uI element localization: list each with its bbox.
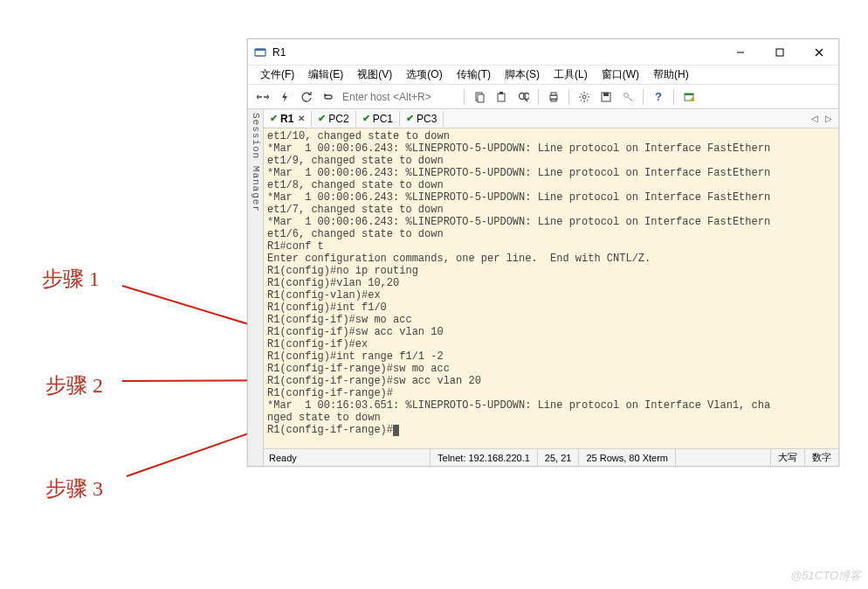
svg-point-29: [691, 98, 694, 101]
tab-close-icon[interactable]: ✕: [298, 114, 305, 123]
tab-pc1[interactable]: ✔ PC1: [356, 111, 400, 127]
window-controls: [720, 39, 838, 66]
maximize-button[interactable]: [760, 39, 799, 66]
terminal-line: R1(config-if)#ex: [267, 338, 835, 350]
svg-rect-14: [478, 94, 484, 102]
menu-window[interactable]: 窗口(W): [596, 66, 644, 84]
terminal-line: nged state to down: [267, 412, 835, 424]
check-icon: ✔: [270, 113, 278, 124]
tab-pc3[interactable]: ✔ PC3: [400, 111, 444, 127]
terminal-line: et1/9, changed state to down: [267, 155, 835, 167]
svg-rect-10: [776, 49, 783, 56]
status-caps: 大写: [770, 449, 804, 466]
terminal-line: R1(config-if-range)#: [267, 424, 835, 436]
menu-transfer[interactable]: 传输(T): [451, 66, 496, 84]
menu-options[interactable]: 选项(O): [401, 66, 447, 84]
key-icon[interactable]: [618, 87, 637, 107]
terminal-line: R1(config)#no ip routing: [267, 265, 835, 277]
tabs-row: ✔ R1 ✕ ✔ PC2 ✔ PC1 ✔ PC3: [264, 109, 838, 128]
svg-rect-28: [685, 94, 693, 95]
flash-icon[interactable]: [275, 87, 294, 107]
terminal-line: *Mar 1 00:00:06.243: %LINEPROTO-5-UPDOWN…: [267, 167, 835, 179]
sync-icon[interactable]: [297, 87, 316, 107]
host-input[interactable]: [341, 89, 458, 105]
terminal-line: R1(config)#int range f1/1 -2: [267, 350, 835, 363]
annotation-step-2: 步骤 2: [45, 371, 103, 399]
check-icon: ✔: [406, 113, 414, 124]
svg-point-23: [582, 95, 586, 99]
terminal-line: R1(config-if-range)#sw acc vlan 20: [267, 375, 835, 387]
tab-label: PC3: [417, 113, 437, 125]
menu-view[interactable]: 视图(V): [352, 66, 397, 84]
app-window: R1 文件(F) 编辑(E) 视图(V) 选项(O) 传输(T) 脚本(S) 工…: [247, 38, 839, 467]
find-icon[interactable]: [513, 87, 533, 107]
tab-label: PC1: [373, 113, 393, 125]
reconnect-icon[interactable]: [253, 87, 272, 107]
toolbar-separator: [568, 89, 569, 105]
tab-pc2[interactable]: ✔ PC2: [312, 111, 355, 127]
status-position: 25, 21: [537, 449, 579, 466]
terminal[interactable]: et1/10, changed state to down*Mar 1 00:0…: [264, 128, 838, 448]
session-manager-label: Session Manager: [251, 113, 261, 212]
menu-edit[interactable]: 编辑(E): [303, 66, 348, 84]
app-icon: [253, 45, 267, 59]
terminal-line: *Mar 1 00:00:06.243: %LINEPROTO-5-UPDOWN…: [267, 142, 835, 155]
menubar: 文件(F) 编辑(E) 视图(V) 选项(O) 传输(T) 脚本(S) 工具(L…: [248, 66, 838, 85]
status-num: 数字: [804, 449, 838, 466]
tab-nav-left-icon[interactable]: ◁: [809, 113, 821, 125]
tab-label: PC2: [328, 113, 348, 125]
status-size: 25 Rows, 80 Xterm: [578, 449, 675, 466]
session-manager-panel[interactable]: Session Manager: [248, 109, 264, 466]
cursor: [393, 425, 399, 436]
toolbar-separator: [538, 89, 539, 105]
watermark: @51CTO博客: [790, 568, 861, 584]
terminal-line: et1/6, changed state to down: [267, 228, 835, 240]
titlebar: R1: [248, 39, 838, 66]
close-button[interactable]: [799, 39, 838, 66]
check-icon: ✔: [362, 113, 370, 124]
paste-icon[interactable]: [492, 87, 511, 107]
svg-point-26: [624, 93, 629, 97]
minimize-button[interactable]: [720, 39, 760, 66]
settings-icon[interactable]: [575, 87, 594, 107]
window-title: R1: [272, 46, 286, 59]
copy-icon[interactable]: [470, 87, 489, 107]
menu-help[interactable]: 帮助(H): [648, 66, 694, 84]
terminal-line: *Mar 1 00:16:03.651: %LINEPROTO-5-UPDOWN…: [267, 399, 835, 412]
terminal-line: Enter configuration commands, one per li…: [267, 253, 835, 265]
terminal-line: R1(config)#int f1/0: [267, 301, 835, 314]
terminal-line: et1/7, changed state to down: [267, 204, 835, 216]
terminal-line: R1(config-if)#sw acc vlan 10: [267, 326, 835, 338]
svg-rect-16: [499, 92, 503, 94]
tab-r1[interactable]: ✔ R1 ✕: [264, 111, 312, 127]
terminal-line: *Mar 1 00:00:06.243: %LINEPROTO-5-UPDOWN…: [267, 191, 835, 204]
menu-tools[interactable]: 工具(L): [548, 66, 593, 84]
save-icon[interactable]: [596, 87, 616, 107]
status-ready: Ready: [264, 453, 430, 463]
toolbar-separator: [464, 89, 465, 105]
help-icon[interactable]: ?: [649, 87, 668, 107]
toolbar: ?: [248, 85, 838, 109]
terminal-line: et1/8, changed state to down: [267, 179, 835, 191]
tab-label: R1: [280, 113, 293, 125]
print-icon[interactable]: [544, 87, 563, 107]
menu-script[interactable]: 脚本(S): [499, 66, 545, 84]
menu-file[interactable]: 文件(F): [255, 66, 300, 84]
statusbar: Ready Telnet: 192.168.220.1 25, 21 25 Ro…: [264, 448, 838, 466]
svg-rect-15: [498, 94, 505, 101]
terminal-line: R1(config-vlan)#ex: [267, 289, 835, 301]
loop-icon[interactable]: [319, 87, 338, 107]
terminal-line: R1#conf t: [267, 240, 835, 253]
toolbar-separator: [673, 89, 674, 105]
terminal-line: R1(config)#vlan 10,20: [267, 277, 835, 289]
terminal-line: et1/10, changed state to down: [267, 130, 835, 142]
svg-rect-25: [603, 93, 609, 96]
terminal-line: R1(config-if-range)#sw mo acc: [267, 363, 835, 375]
svg-point-19: [524, 93, 530, 99]
terminal-line: R1(config-if-range)#: [267, 387, 835, 399]
tab-nav-right-icon[interactable]: ▷: [823, 113, 835, 125]
svg-rect-21: [551, 93, 556, 95]
terminal-line: R1(config-if)#sw mo acc: [267, 314, 835, 326]
extra-icon[interactable]: [679, 87, 699, 107]
svg-rect-8: [255, 49, 265, 51]
